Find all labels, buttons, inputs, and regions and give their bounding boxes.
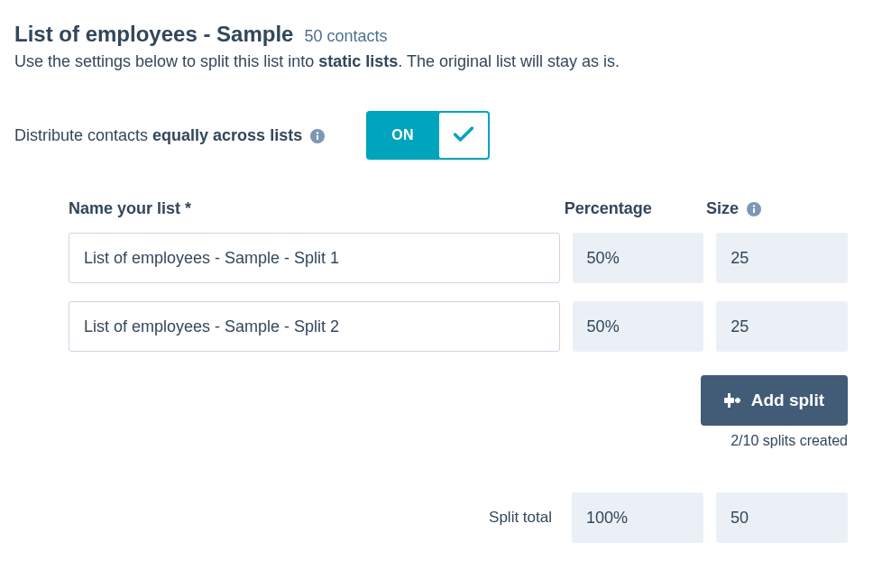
subtitle-before: Use the settings below to split this lis… (14, 52, 318, 70)
split-row: 50% 25 (69, 301, 848, 352)
add-split-inner: Add split 2/10 splits created (701, 375, 848, 449)
distribute-label-before: Distribute contacts (14, 126, 152, 144)
split-total-label: Split total (489, 509, 552, 527)
info-icon[interactable] (310, 129, 325, 143)
header-row: List of employees - Sample 50 contacts (14, 22, 859, 47)
column-header-percentage: Percentage (565, 199, 706, 218)
svg-rect-7 (728, 393, 731, 408)
splits-area: Name your list * Percentage Size 50% 25 … (14, 199, 859, 543)
subtitle-after: . The original list will stay as is. (398, 52, 620, 70)
split-name-input[interactable] (69, 233, 560, 283)
check-icon (451, 121, 476, 150)
svg-rect-1 (317, 135, 318, 140)
split-total-row: Split total 100% 50 (69, 492, 848, 543)
size-label-text: Size (706, 199, 739, 217)
distribute-row: Distribute contacts equally across lists… (14, 111, 859, 160)
split-percentage-cell: 50% (573, 301, 704, 352)
split-total-percentage: 100% (572, 492, 703, 543)
splits-created-count: 2/10 splits created (731, 433, 848, 449)
svg-rect-4 (753, 208, 755, 213)
add-split-button-label: Add split (751, 390, 824, 410)
add-split-button[interactable]: Add split (701, 375, 848, 426)
info-icon[interactable] (747, 202, 761, 216)
split-total-size: 50 (716, 492, 848, 543)
split-percentage-cell: 50% (573, 233, 704, 283)
distribute-label-bold: equally across lists (152, 126, 302, 144)
columns-header: Name your list * Percentage Size (69, 199, 848, 218)
distribute-toggle[interactable]: ON (366, 111, 490, 160)
toggle-check (437, 111, 490, 160)
contacts-count: 50 contacts (304, 27, 387, 46)
svg-point-2 (317, 132, 318, 133)
split-size-cell: 25 (716, 301, 848, 352)
page-title: List of employees - Sample (14, 22, 293, 47)
svg-rect-9 (736, 398, 739, 403)
svg-point-5 (753, 206, 755, 207)
split-row: 50% 25 (69, 233, 848, 283)
split-name-input[interactable] (69, 301, 560, 352)
split-size-cell: 25 (716, 233, 848, 283)
column-header-size: Size (706, 199, 848, 218)
add-split-row: Add split 2/10 splits created (69, 375, 848, 449)
subtitle-bold: static lists (318, 52, 398, 70)
toggle-on-label: ON (366, 111, 439, 160)
column-header-name: Name your list * (69, 199, 565, 218)
distribute-label: Distribute contacts equally across lists (14, 126, 325, 145)
add-split-icon (724, 393, 740, 408)
subtitle: Use the settings below to split this lis… (14, 52, 859, 71)
